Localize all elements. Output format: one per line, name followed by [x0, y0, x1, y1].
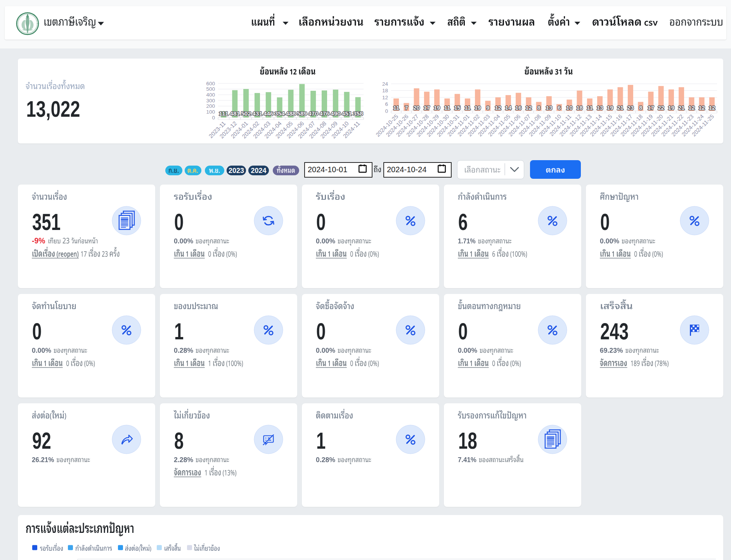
svg-text:19: 19 — [475, 104, 481, 111]
svg-text:111: 111 — [219, 110, 229, 117]
svg-text:21: 21 — [617, 104, 624, 111]
svg-text:22: 22 — [658, 104, 664, 111]
svg-text:2024: 2024 — [251, 167, 266, 175]
svg-text:12: 12 — [495, 104, 501, 111]
svg-text:0: 0 — [385, 108, 388, 114]
svg-text:100: 100 — [206, 109, 215, 115]
svg-text:446: 446 — [263, 110, 274, 117]
svg-text:20: 20 — [413, 104, 420, 111]
svg-text:8: 8 — [537, 104, 540, 111]
svg-text:13: 13 — [597, 104, 603, 111]
svg-text:12: 12 — [688, 104, 695, 111]
svg-text:11: 11 — [393, 104, 399, 111]
svg-text:19: 19 — [607, 104, 613, 111]
svg-text:11: 11 — [587, 104, 593, 111]
svg-text:200: 200 — [206, 103, 215, 109]
svg-text:476: 476 — [319, 110, 329, 117]
svg-text:431: 431 — [252, 110, 262, 117]
svg-text:12: 12 — [525, 104, 532, 111]
svg-text:500: 500 — [206, 86, 215, 92]
svg-text:2023: 2023 — [229, 167, 244, 175]
svg-text:19: 19 — [668, 104, 675, 111]
svg-text:502: 502 — [241, 110, 251, 117]
svg-text:12: 12 — [382, 95, 388, 100]
svg-text:354: 354 — [275, 110, 285, 117]
svg-text:589: 589 — [297, 110, 307, 117]
svg-text:470: 470 — [308, 110, 318, 117]
svg-text:8: 8 — [639, 104, 642, 111]
svg-text:481: 481 — [230, 110, 240, 117]
svg-text:24: 24 — [382, 81, 388, 87]
svg-text:400: 400 — [206, 92, 215, 98]
svg-text:10: 10 — [566, 104, 573, 111]
svg-text:17: 17 — [648, 104, 654, 111]
svg-text:9: 9 — [486, 104, 489, 111]
svg-text:6: 6 — [385, 101, 388, 107]
svg-text:6: 6 — [558, 104, 561, 111]
svg-text:18: 18 — [382, 88, 388, 93]
svg-text:600: 600 — [206, 81, 215, 86]
svg-text:0: 0 — [212, 115, 215, 121]
svg-text:490: 490 — [331, 110, 341, 117]
svg-text:12: 12 — [709, 104, 715, 111]
svg-text:14: 14 — [505, 104, 512, 111]
svg-text:300: 300 — [206, 98, 215, 104]
svg-text:15: 15 — [454, 104, 461, 111]
svg-text:11: 11 — [444, 104, 450, 111]
svg-text:358: 358 — [353, 110, 363, 117]
svg-text:451: 451 — [342, 110, 352, 117]
svg-text:13: 13 — [546, 104, 553, 111]
svg-text:21: 21 — [678, 104, 685, 111]
svg-text:18: 18 — [576, 104, 583, 111]
svg-text:23: 23 — [627, 104, 634, 111]
svg-text:16: 16 — [515, 104, 522, 111]
svg-text:12: 12 — [698, 104, 705, 111]
svg-text:19: 19 — [434, 104, 440, 111]
svg-text:2024-10-24: 2024-10-24 — [387, 165, 426, 174]
svg-text:17: 17 — [424, 104, 430, 111]
svg-text:11: 11 — [464, 104, 471, 111]
svg-text:2024-10-01: 2024-10-01 — [308, 165, 347, 174]
svg-text:488: 488 — [286, 110, 296, 117]
svg-text:7: 7 — [405, 104, 408, 111]
